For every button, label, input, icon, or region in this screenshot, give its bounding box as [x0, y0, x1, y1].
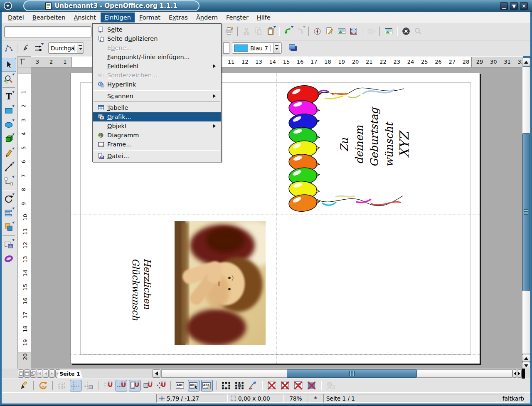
layer-mode-button[interactable] [30, 369, 36, 378]
tool-3d-objects-icon[interactable] [1, 132, 16, 146]
imagemap-icon[interactable] [383, 25, 394, 37]
show-grid-icon[interactable] [57, 380, 68, 391]
tool-rectangle-icon[interactable] [1, 104, 16, 118]
menu-einfuegen[interactable]: Einfügen [101, 12, 135, 22]
snap-to-grid-icon[interactable] [102, 380, 114, 391]
snap-to-margins-icon[interactable] [129, 380, 140, 391]
ruler-corner[interactable] [18, 56, 31, 67]
tool-arrange-icon[interactable] [1, 220, 16, 234]
scroll-left-button[interactable] [152, 369, 160, 378]
front-greeting-text[interactable]: ZudeinemGeburtstagwünschtXYZ [336, 123, 413, 167]
master-mode-button[interactable] [24, 369, 30, 378]
shadow-button[interactable] [288, 44, 298, 52]
tool-rotate-icon[interactable] [1, 192, 16, 206]
line-width-combo-partial[interactable] [223, 42, 229, 54]
insert-menu-item-hyperlink[interactable]: Hyperlink [93, 80, 221, 89]
minimize-button[interactable]: ▁ [500, 2, 508, 10]
rotation-mode-icon[interactable] [37, 380, 49, 391]
snap-to-object-border-icon[interactable] [142, 380, 154, 391]
tool-select-icon[interactable] [1, 58, 16, 72]
tool-ellipse-icon[interactable] [1, 118, 16, 132]
large-handles-icon[interactable] [234, 380, 245, 391]
simple-handles-icon[interactable] [220, 380, 232, 391]
menu-ansicht[interactable]: Ansicht [70, 12, 100, 22]
line-style-combo[interactable]: Durchgä [48, 42, 84, 54]
edit-mode-icon[interactable] [18, 380, 30, 391]
tool-text-icon[interactable]: T [1, 89, 16, 104]
vertical-ruler[interactable]: 1234567891011121314151617181920 [18, 67, 31, 369]
tool-lines-arrows-icon[interactable] [1, 160, 16, 174]
balloon[interactable] [288, 193, 320, 213]
menu-hilfe[interactable]: Hilfe [253, 12, 274, 22]
arrow-ends-icon[interactable] [33, 42, 44, 54]
vertical-scrollbar-thumb[interactable] [522, 133, 530, 291]
first-page-button[interactable] [37, 369, 42, 378]
object-size-cell[interactable]: 0,00 x 0,00 [228, 394, 284, 403]
paste-icon[interactable] [265, 25, 276, 37]
maximize-button[interactable]: ▼ [510, 2, 518, 10]
select-text-area-only-icon[interactable]: ABC [188, 380, 200, 391]
edit-points-icon[interactable] [3, 42, 14, 54]
slide-name-cell[interactable]: faltkarte [500, 394, 524, 403]
insert-menu-item-fangpunkt-linie-einfuegen[interactable]: Fangpunkt/-linie einfügen... [93, 52, 221, 62]
snap-to-guides-icon[interactable] [116, 380, 127, 391]
url-input[interactable] [4, 26, 91, 37]
quick-edit-icon[interactable]: ABC [175, 380, 186, 391]
back-greeting-text[interactable]: HerzlichenGlückwunsch [130, 258, 153, 305]
angel-image[interactable] [175, 221, 266, 345]
menu-bearbeiten[interactable]: Bearbeiten [29, 12, 69, 22]
stop-loading-icon[interactable] [401, 25, 411, 37]
insert-menu-item-frame[interactable]: Frame... [93, 140, 221, 149]
tool-zoom-icon[interactable] [1, 72, 16, 86]
close-button[interactable]: ✕ [520, 2, 528, 10]
insert-menu-item-seite-duplizieren[interactable]: Seite duplizieren [93, 34, 221, 43]
tool-connector-icon[interactable] [1, 174, 16, 188]
fill-color-combo[interactable]: Blau 7 [232, 42, 282, 54]
undo-icon[interactable] [283, 25, 293, 37]
horizontal-scrollbar-thumb[interactable] [287, 369, 417, 378]
zoom-page-icon[interactable] [348, 25, 359, 37]
menu-datei[interactable]: Datei [4, 12, 28, 22]
page-number-cell[interactable]: Seite 1 / 1 [323, 394, 500, 403]
double-click-to-edit-text-icon[interactable]: ABC [201, 380, 213, 391]
navigator-icon[interactable] [312, 25, 323, 37]
next-page-button[interactable] [49, 369, 55, 378]
previous-page-button[interactable] [43, 369, 49, 378]
guides-to-front-icon[interactable] [83, 380, 95, 391]
insert-menu-item-grafik[interactable]: Grafik... [93, 112, 221, 121]
insert-menu-item-scannen[interactable]: Scannen [93, 92, 221, 101]
fill-color-dropdown-button[interactable] [273, 43, 280, 53]
scroll-left-button-2[interactable] [512, 369, 517, 378]
scroll-up-button[interactable] [522, 58, 530, 66]
modified-flag-cell[interactable]: * [308, 394, 323, 403]
edit-file-icon[interactable] [324, 25, 335, 37]
insert-menu-item-diagramm[interactable]: Diagramm [93, 131, 221, 140]
menu-format[interactable]: Format [135, 12, 164, 22]
page-mode-button[interactable] [18, 369, 24, 378]
insert-menu-item-objekt[interactable]: Objekt [93, 121, 221, 131]
show-guides-icon[interactable] [70, 380, 81, 391]
line-style-dropdown-button[interactable] [77, 43, 84, 53]
contour-mode-icon[interactable] [279, 380, 291, 391]
scroll-up-button-2[interactable] [522, 354, 530, 362]
pen-line-icon[interactable] [21, 42, 32, 54]
print-file-directly-icon[interactable] [224, 25, 234, 37]
scroll-right-button[interactable] [517, 369, 522, 378]
page-tab[interactable]: Seite 1 [57, 369, 83, 378]
menu-aendern[interactable]: Ändern [192, 12, 222, 22]
snap-to-object-points-icon[interactable] [155, 380, 167, 391]
zoom-level-cell[interactable]: 78% [284, 394, 308, 403]
modify-with-attributes-icon[interactable] [247, 380, 259, 391]
text-placeholder-icon[interactable]: ABCXYZ [293, 380, 304, 391]
gallery-icon[interactable] [336, 25, 347, 37]
insert-menu-item-tabelle[interactable]: Tabelle [93, 103, 221, 112]
insert-menu-item-datei[interactable]: Datei... [93, 151, 221, 161]
insert-menu-item-feldbefehl[interactable]: Feldbefehl [93, 62, 221, 71]
insert-menu-item-seite[interactable]: Seite [93, 25, 221, 34]
tool-effects-icon[interactable] [1, 252, 16, 266]
menu-fenster[interactable]: Fenster [222, 12, 252, 22]
cursor-position-cell[interactable]: 5,79 / -1,27 [156, 394, 228, 403]
window-menu-button[interactable] [4, 2, 12, 10]
menu-extras[interactable]: Extras [165, 12, 192, 22]
tool-curve-icon[interactable] [1, 146, 16, 160]
